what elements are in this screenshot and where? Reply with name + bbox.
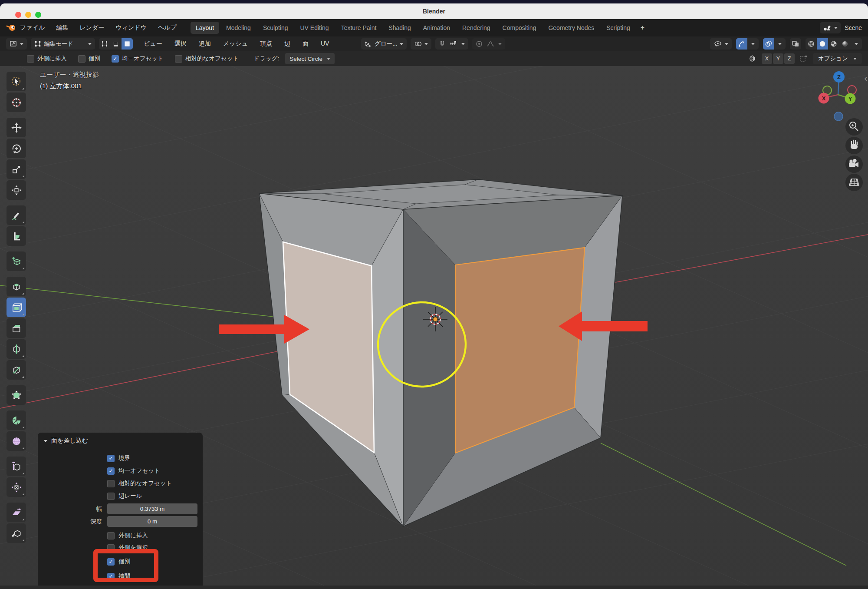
tool-options-dropdown[interactable]: オプション [813,53,862,64]
tab-sculpting[interactable]: Sculpting [258,22,293,34]
menu-vertex[interactable]: 頂点 [260,40,272,48]
row-label: 相対的なオフセット [118,480,172,487]
menu-file[interactable]: ファイル [20,24,45,32]
drag-mode-dropdown[interactable]: Select Circle [285,53,335,64]
shading-dropdown-button[interactable] [851,38,862,50]
tab-uv-editing[interactable]: UV Editing [295,22,334,34]
axis-neg-z-ball[interactable] [834,112,843,121]
menu-view[interactable]: ビュー [144,40,162,48]
proportional-editing-controls[interactable] [472,38,505,50]
mirror-x-button[interactable]: X [762,53,772,64]
face-select-button[interactable] [122,38,133,50]
add-workspace-button[interactable]: + [637,22,648,33]
tool-rotate[interactable] [7,139,26,158]
xray-toggle[interactable] [790,38,801,50]
mirror-z-button[interactable]: Z [784,53,795,64]
vertex-select-button[interactable] [99,38,110,50]
depth-field[interactable]: 0 m [107,516,197,527]
wireframe-shading-button[interactable] [806,38,817,50]
tool-measure[interactable] [7,226,26,246]
tab-scripting[interactable]: Scripting [601,22,635,34]
overlays-dropdown-button[interactable] [774,38,786,50]
tab-layout[interactable]: Layout [191,22,219,34]
row-label: 個別 [118,558,130,566]
mode-selector[interactable]: 編集モード [31,38,95,50]
menu-window[interactable]: ウィンドウ [115,24,147,32]
tool-transform[interactable] [7,180,26,200]
menu-mesh[interactable]: メッシュ [223,40,248,48]
mirror-y-button[interactable]: Y [773,53,783,64]
region-toggle-arrow[interactable]: ‹ [864,73,867,84]
tool-shear[interactable] [7,503,26,522]
menu-render[interactable]: レンダー [79,24,104,32]
tab-modeling[interactable]: Modeling [221,22,256,34]
checkbox-inset-outside[interactable] [107,532,115,539]
material-preview-button[interactable] [828,38,839,50]
menu-select[interactable]: 選択 [174,40,187,48]
workspace-tabs: Layout Modeling Sculpting UV Editing Tex… [190,19,649,36]
tool-poly-build[interactable] [7,385,26,405]
gizmo-dropdown-button[interactable] [747,38,759,50]
blender-logo-icon[interactable] [6,23,16,33]
scene-selector[interactable]: Scene [820,22,862,33]
checkbox-relative-offset[interactable] [107,480,115,487]
transform-orientation-dropdown[interactable]: グロー... [361,38,407,50]
tab-texture-paint[interactable]: Texture Paint [336,22,382,34]
checkbox-boundary[interactable] [107,455,115,462]
snap-base-icon[interactable] [799,54,809,63]
tool-smooth[interactable] [7,431,26,451]
checkbox-edge-rail[interactable] [107,493,115,500]
tool-extrude-region[interactable] [7,277,26,296]
pivot-point-dropdown[interactable] [411,38,431,50]
tool-cursor[interactable] [7,93,26,112]
axis-neg-x-ball[interactable] [848,86,856,94]
checkbox-individual[interactable] [78,55,85,63]
chevron-down-icon [20,43,23,45]
solid-shading-button[interactable] [817,38,828,50]
mirror-icon[interactable] [748,54,757,63]
checkbox-even-offset[interactable] [112,55,119,63]
width-field[interactable]: 0.3733 m [107,503,197,514]
checkbox-relative-offset[interactable] [175,55,182,63]
tab-compositing[interactable]: Compositing [497,22,542,34]
menu-edit[interactable]: 編集 [56,24,68,32]
menu-add[interactable]: 追加 [199,40,211,48]
checkbox-select-outer[interactable] [107,544,115,552]
tool-select-box[interactable] [7,72,26,91]
tool-edge-slide[interactable] [7,457,26,476]
tool-spin[interactable] [7,410,26,430]
menu-help[interactable]: ヘルプ [158,24,177,32]
checkbox-interpolate[interactable] [107,573,115,580]
tool-bevel[interactable] [7,318,26,338]
object-visibility-dropdown[interactable] [710,38,732,50]
scene-icon[interactable] [820,22,841,33]
checkbox-inset-outside[interactable] [27,55,34,63]
snap-controls[interactable] [435,38,468,50]
tab-shading[interactable]: Shading [383,22,416,34]
tool-rip-region[interactable] [7,523,26,543]
menu-uv[interactable]: UV [321,40,329,48]
edge-select-button[interactable] [110,38,122,50]
show-gizmo-button[interactable] [736,38,747,50]
tool-knife[interactable] [7,360,26,380]
tool-shrink-fatten[interactable] [7,477,26,497]
tool-loop-cut[interactable] [7,339,26,359]
operator-panel-header[interactable]: 面を差し込む [44,437,88,445]
tool-inset-faces[interactable] [7,298,26,317]
editor-type-button[interactable] [6,38,27,50]
menu-face[interactable]: 面 [302,40,309,48]
checkbox-even-offset[interactable] [107,467,115,475]
tool-scale[interactable] [7,159,26,179]
tab-animation[interactable]: Animation [418,22,455,34]
tool-move[interactable] [7,118,26,137]
tool-add-cube[interactable] [7,251,26,271]
tool-annotate[interactable] [7,205,26,225]
zoom-button[interactable] [845,118,863,136]
tab-geometry-nodes[interactable]: Geometry Nodes [543,22,599,34]
menu-edge[interactable]: 辺 [284,40,290,48]
rendered-shading-button[interactable] [839,38,851,50]
checkbox-individual[interactable] [107,558,115,566]
scene-name: Scene [845,24,862,31]
show-overlays-button[interactable] [763,38,774,50]
tab-rendering[interactable]: Rendering [457,22,496,34]
